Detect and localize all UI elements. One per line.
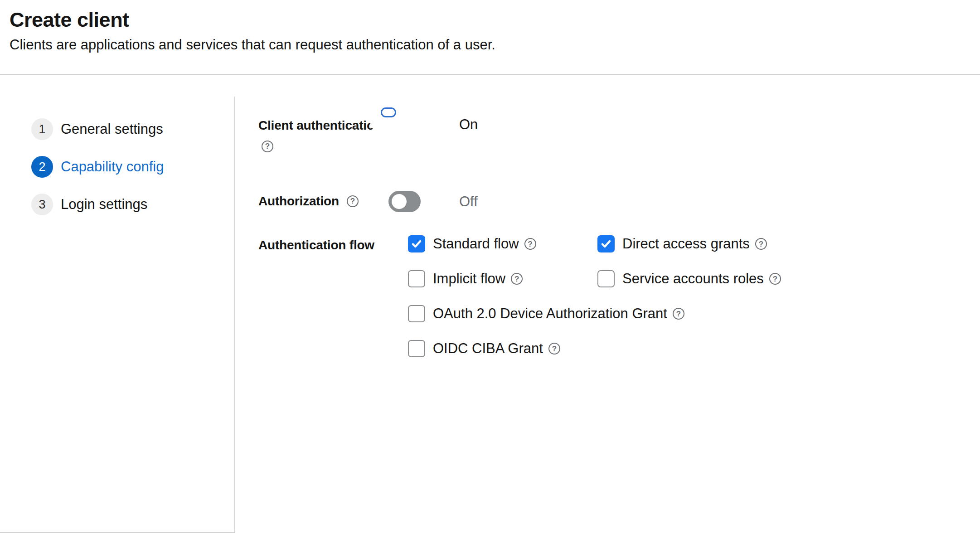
help-icon[interactable]: ?: [262, 141, 273, 152]
checkbox-item-implicit-flow[interactable]: Implicit flow ?: [408, 270, 597, 287]
wizard-footer-divider: [0, 532, 235, 533]
switch-focus-ring: [381, 107, 396, 117]
wizard-nav: 1 General settings 2 Capability config 3…: [0, 75, 235, 534]
help-icon[interactable]: ?: [769, 273, 781, 285]
step-number-badge: 1: [31, 118, 53, 140]
oauth-device-grant-checkbox[interactable]: [408, 305, 425, 322]
authentication-flow-row: Authentication flow Standard flow ?: [258, 235, 980, 375]
checkbox-item-oauth-device-grant[interactable]: OAuth 2.0 Device Authorization Grant ?: [408, 305, 684, 322]
help-icon[interactable]: ?: [511, 273, 523, 285]
checkbox-label[interactable]: OIDC CIBA Grant: [433, 340, 543, 357]
wizard-step-general-settings[interactable]: 1 General settings: [31, 118, 163, 140]
checkbox-row: Standard flow ? Direct access grants ?: [408, 235, 781, 252]
help-icon[interactable]: ?: [755, 238, 767, 250]
wizard-step-label: Capability config: [61, 159, 164, 175]
checkbox-item-standard-flow[interactable]: Standard flow ?: [408, 235, 597, 252]
client-authentication-switch-slot: [388, 112, 459, 117]
authorization-row: Authorization ? Off: [258, 191, 980, 212]
toggle-knob: [392, 194, 407, 209]
authorization-state-label: Off: [459, 191, 478, 210]
help-icon[interactable]: ?: [347, 195, 359, 207]
checkbox-label[interactable]: Direct access grants: [622, 236, 750, 252]
authorization-toggle[interactable]: [388, 191, 421, 212]
step-number-badge: 3: [31, 194, 53, 215]
wizard-step-label: Login settings: [61, 196, 147, 213]
help-icon[interactable]: ?: [548, 343, 560, 354]
checkbox-item-service-accounts-roles[interactable]: Service accounts roles ?: [597, 270, 781, 287]
client-authentication-state-label: On: [459, 112, 478, 133]
authorization-label-col: Authorization ?: [258, 191, 388, 209]
checkbox-item-direct-access-grants[interactable]: Direct access grants ?: [597, 235, 767, 252]
step-number-badge: 2: [31, 156, 53, 178]
service-accounts-roles-checkbox[interactable]: [597, 270, 615, 287]
authentication-flow-options: Standard flow ? Direct access grants ?: [408, 235, 781, 375]
checkbox-label[interactable]: Implicit flow: [433, 271, 505, 287]
help-icon[interactable]: ?: [673, 308, 684, 320]
wizard-nav-divider: [234, 97, 235, 533]
checkmark-icon: [600, 238, 612, 250]
direct-access-grants-checkbox[interactable]: [597, 235, 615, 252]
capability-config-form: Client authentication ? On Authorization…: [235, 75, 980, 534]
implicit-flow-checkbox[interactable]: [408, 270, 425, 287]
authentication-flow-label-col: Authentication flow: [258, 235, 388, 253]
authorization-label: Authorization: [258, 194, 339, 209]
client-authentication-label-col: Client authentication ?: [258, 112, 388, 152]
page-header: Create client Clients are applications a…: [0, 0, 980, 75]
authorization-switch-slot: [388, 191, 459, 212]
authentication-flow-label: Authentication flow: [258, 238, 388, 253]
client-authentication-row: Client authentication ? On: [258, 112, 980, 152]
help-icon[interactable]: ?: [524, 238, 536, 250]
wizard-step-capability-config[interactable]: 2 Capability config: [31, 156, 164, 178]
wizard-step-label: General settings: [61, 121, 163, 137]
page-title: Create client: [10, 7, 980, 33]
checkbox-row: OIDC CIBA Grant ?: [408, 340, 781, 357]
oidc-ciba-grant-checkbox[interactable]: [408, 340, 425, 357]
wizard-content: 1 General settings 2 Capability config 3…: [0, 75, 980, 534]
checkbox-label[interactable]: Standard flow: [433, 236, 519, 252]
checkbox-label[interactable]: Service accounts roles: [622, 271, 764, 287]
page-subtitle: Clients are applications and services th…: [10, 36, 980, 54]
checkmark-icon: [411, 238, 422, 250]
toggle-knob: [370, 116, 385, 131]
checkbox-row: OAuth 2.0 Device Authorization Grant ?: [408, 305, 781, 322]
checkbox-label[interactable]: OAuth 2.0 Device Authorization Grant: [433, 306, 667, 322]
wizard-step-login-settings[interactable]: 3 Login settings: [31, 194, 147, 215]
checkbox-row: Implicit flow ? Service accounts roles ?: [408, 270, 781, 287]
standard-flow-checkbox[interactable]: [408, 235, 425, 252]
client-authentication-label: Client authentication: [258, 118, 388, 133]
checkbox-item-oidc-ciba-grant[interactable]: OIDC CIBA Grant ?: [408, 340, 560, 357]
